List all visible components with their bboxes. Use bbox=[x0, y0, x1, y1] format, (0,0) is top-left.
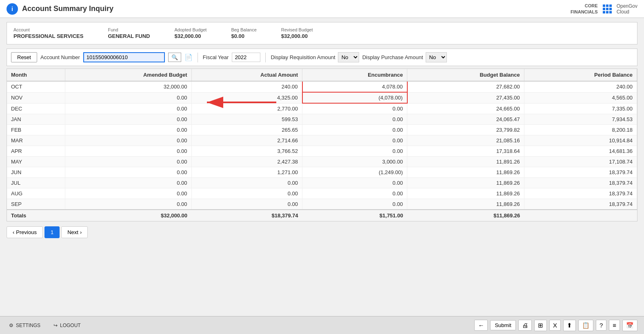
next-button[interactable]: Next › bbox=[61, 226, 88, 238]
display-purchase-label: Display Purchase Amount bbox=[362, 54, 423, 60]
display-req-group: Display Requisition Amount No Yes bbox=[271, 52, 359, 62]
cell-month: DEC bbox=[7, 103, 65, 114]
cell-budget-balance: 11,869.26 bbox=[407, 167, 524, 178]
cell-amended-budget: 0.00 bbox=[65, 157, 191, 167]
table-row[interactable]: JUN0.001,271.00(1,249.00)11,869.2618,379… bbox=[7, 167, 637, 178]
cell-actual-amount: 265.65 bbox=[191, 125, 302, 135]
account-field: Account PROFESSIONAL SERVICES bbox=[13, 27, 83, 39]
cell-budget-balance: 24,665.00 bbox=[407, 103, 524, 114]
cell-amended-budget: 0.00 bbox=[65, 125, 191, 135]
cell-amended-budget: 0.00 bbox=[65, 178, 191, 188]
grid-icon bbox=[603, 4, 612, 13]
cell-period-balance: 7,335.00 bbox=[524, 103, 637, 114]
document-icon-button[interactable]: 📄 bbox=[184, 53, 193, 61]
cell-amended-budget: 0.00 bbox=[65, 103, 191, 114]
cell-encumbrance: 0.00 bbox=[302, 199, 407, 210]
search-button[interactable]: 🔍 bbox=[168, 53, 181, 62]
prev-chevron: ‹ bbox=[13, 229, 14, 235]
table-body: OCT32,000.00240.004,078.0027,682.00240.0… bbox=[7, 81, 637, 210]
cell-period-balance: 4,565.00 bbox=[524, 92, 637, 103]
fiscal-year-input[interactable] bbox=[232, 53, 260, 62]
main-content: Account PROFESSIONAL SERVICES Fund GENER… bbox=[0, 18, 644, 316]
table-row[interactable]: NOV0.004,325.00(4,078.00)27,435.004,565.… bbox=[7, 92, 637, 103]
table-header-row: Month Amended Budget Actual Amount Encum… bbox=[7, 69, 637, 81]
cell-budget-balance: 21,085.16 bbox=[407, 135, 524, 146]
fund-value: GENERAL FUND bbox=[108, 33, 150, 39]
cell-actual-amount: 2,714.66 bbox=[191, 135, 302, 146]
display-req-label: Display Requisition Amount bbox=[271, 54, 335, 60]
cell-month: JUN bbox=[7, 167, 65, 178]
cell-budget-balance: 11,869.26 bbox=[407, 188, 524, 199]
reset-button[interactable]: Reset bbox=[11, 52, 37, 62]
cell-actual-amount: 2,770.00 bbox=[191, 103, 302, 114]
cell-month: APR bbox=[7, 146, 65, 157]
toolbar: Reset Account Number 🔍 📄 Fiscal Year Dis… bbox=[7, 49, 637, 66]
cell-actual-amount: 2,427.38 bbox=[191, 157, 302, 167]
table-row[interactable]: JAN0.00599.530.0024,065.477,934.53 bbox=[7, 114, 637, 125]
table-row[interactable]: JUL0.000.000.0011,869.2618,379.74 bbox=[7, 178, 637, 188]
cell-actual-amount: 240.00 bbox=[191, 81, 302, 92]
cell-amended-budget: 0.00 bbox=[65, 92, 191, 103]
beg-balance-field: Beg Balance $0.00 bbox=[231, 27, 256, 39]
cell-actual-amount: 0.00 bbox=[191, 188, 302, 199]
cell-period-balance: 18,379.74 bbox=[524, 188, 637, 199]
opengov-label: OpenGovCloud bbox=[617, 3, 637, 15]
cell-budget-balance: 17,318.64 bbox=[407, 146, 524, 157]
cell-period-balance: 18,379.74 bbox=[524, 178, 637, 188]
totals-budget-balance: $11,869.26 bbox=[407, 210, 524, 221]
cell-encumbrance: 0.00 bbox=[302, 188, 407, 199]
beg-balance-label: Beg Balance bbox=[231, 27, 256, 32]
table-row[interactable]: FEB0.00265.650.0023,799.828,200.18 bbox=[7, 125, 637, 135]
display-req-select[interactable]: No Yes bbox=[338, 52, 359, 62]
cell-encumbrance: 0.00 bbox=[302, 178, 407, 188]
col-period-balance: Period Balance bbox=[524, 69, 637, 81]
table-row[interactable]: APR0.003,766.520.0017,318.6414,681.36 bbox=[7, 146, 637, 157]
previous-label: Previous bbox=[16, 229, 37, 235]
adopted-budget-value: $32,000.00 bbox=[175, 33, 201, 39]
account-number-input[interactable] bbox=[83, 52, 165, 62]
cell-budget-balance: 11,869.26 bbox=[407, 199, 524, 210]
col-month: Month bbox=[7, 69, 65, 81]
adopted-budget-field: Adopted Budget $32,000.00 bbox=[175, 27, 207, 39]
fund-field: Fund GENERAL FUND bbox=[108, 27, 150, 39]
cell-budget-balance: 24,065.47 bbox=[407, 114, 524, 125]
cell-encumbrance: (1,249.00) bbox=[302, 167, 407, 178]
col-amended-budget: Amended Budget bbox=[65, 69, 191, 81]
cell-month: JAN bbox=[7, 114, 65, 125]
app-title: Account Summary Inquiry bbox=[22, 4, 113, 13]
totals-encumbrance: $1,751.00 bbox=[302, 210, 407, 221]
header-right: COREFINANCIALS OpenGovCloud bbox=[571, 3, 637, 15]
fund-label: Fund bbox=[108, 27, 150, 32]
cell-budget-balance: 27,435.00 bbox=[407, 92, 524, 103]
cell-period-balance: 240.00 bbox=[524, 81, 637, 92]
next-label: Next bbox=[67, 229, 78, 235]
display-purchase-select[interactable]: No Yes bbox=[426, 52, 447, 62]
cell-month: FEB bbox=[7, 125, 65, 135]
table-row[interactable]: MAY0.002,427.383,000.0011,891.2617,108.7… bbox=[7, 157, 637, 167]
cell-encumbrance: 4,078.00 bbox=[302, 81, 407, 92]
table-row[interactable]: OCT32,000.00240.004,078.0027,682.00240.0… bbox=[7, 81, 637, 92]
cell-amended-budget: 0.00 bbox=[65, 114, 191, 125]
col-actual-amount: Actual Amount bbox=[191, 69, 302, 81]
beg-balance-value: $0.00 bbox=[231, 33, 244, 39]
table-row[interactable]: AUG0.000.000.0011,869.2618,379.74 bbox=[7, 188, 637, 199]
cell-actual-amount: 3,766.52 bbox=[191, 146, 302, 157]
app-icon: i bbox=[7, 3, 18, 15]
table-row[interactable]: SEP0.000.000.0011,869.2618,379.74 bbox=[7, 199, 637, 210]
account-value: PROFESSIONAL SERVICES bbox=[13, 33, 83, 39]
cell-month: MAR bbox=[7, 135, 65, 146]
cell-amended-budget: 0.00 bbox=[65, 199, 191, 210]
page-1-button[interactable]: 1 bbox=[44, 226, 60, 238]
cell-period-balance: 8,200.18 bbox=[524, 125, 637, 135]
page-1-label: 1 bbox=[51, 229, 53, 235]
display-purchase-group: Display Purchase Amount No Yes bbox=[362, 52, 447, 62]
app-header: i Account Summary Inquiry COREFINANCIALS… bbox=[0, 0, 644, 18]
col-encumbrance: Encumbrance bbox=[302, 69, 407, 81]
account-number-label: Account Number bbox=[40, 54, 80, 60]
cell-actual-amount: 0.00 bbox=[191, 199, 302, 210]
cell-amended-budget: 32,000.00 bbox=[65, 81, 191, 92]
previous-button[interactable]: ‹ Previous bbox=[7, 226, 43, 238]
table-row[interactable]: MAR0.002,714.660.0021,085.1610,914.84 bbox=[7, 135, 637, 146]
cell-encumbrance: 0.00 bbox=[302, 125, 407, 135]
table-row[interactable]: DEC0.002,770.000.0024,665.007,335.00 bbox=[7, 103, 637, 114]
